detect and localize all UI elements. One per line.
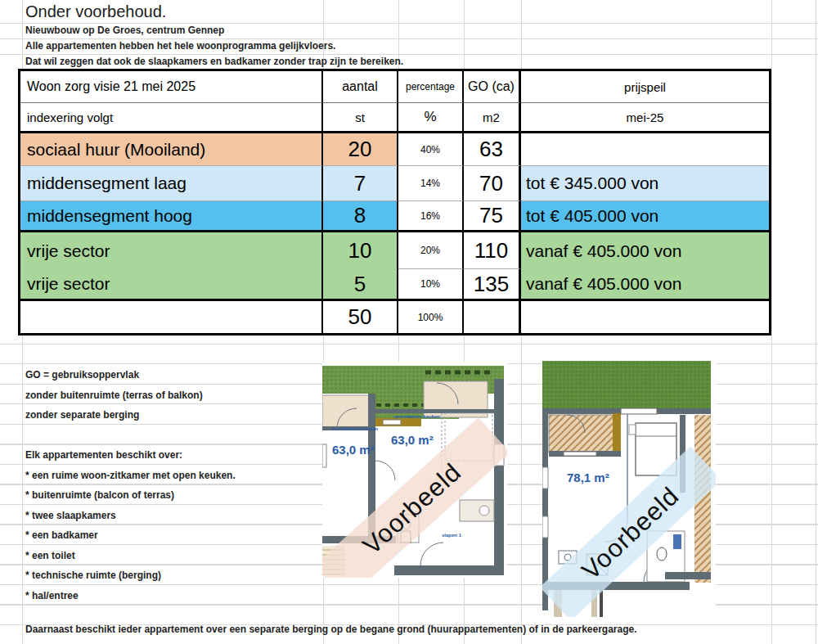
row-midlaag-aantal[interactable]: 7 (323, 166, 398, 201)
header-aantal-cell[interactable]: aantal (323, 71, 398, 103)
row-sociaal-go[interactable]: 63 (464, 133, 521, 166)
row-vrij2-aantal[interactable]: 5 (323, 269, 398, 301)
row-vrij2-label[interactable]: vrije sector (20, 269, 323, 301)
header-go-cell[interactable]: GO (ca) (464, 71, 521, 103)
intro-line-1: Nieuwbouw op De Groes, centrum Gennep (25, 25, 224, 36)
row-midlaag-pct[interactable]: 14% (398, 166, 464, 201)
room-label: woonkamer-keuken (332, 426, 378, 431)
header2-m2-cell[interactable]: m2 (464, 103, 521, 133)
header2-st-cell[interactable]: st (323, 103, 398, 133)
row-sociaal-label[interactable]: sociaal huur (Mooiland) (20, 133, 323, 166)
total-aantal-cell[interactable]: 50 (323, 301, 398, 333)
row-midlaag-go[interactable]: 70 (464, 166, 521, 201)
total-go-cell[interactable] (464, 301, 521, 333)
total-pct-cell[interactable]: 100% (398, 301, 464, 333)
header2-pct-cell[interactable]: % (398, 103, 464, 133)
floorplan-left-image[interactable]: woonkamer-keuken 63,0 m² woonkamer-keuke… (322, 363, 507, 578)
gridline-row-2 (0, 38, 818, 39)
row-vrij1-label[interactable]: vrije sector (20, 232, 323, 269)
row-vrij1-aantal[interactable]: 10 (323, 232, 398, 269)
note-line: * een ruime woon-zitkamer met open keuke… (25, 466, 236, 486)
row-sociaal-pct[interactable]: 40% (398, 133, 464, 166)
floorplan-right-image[interactable]: 78,1 m² Voorbeeld (542, 361, 716, 617)
note-line: GO = gebruiksoppervlak (25, 365, 236, 385)
note-line: * een toilet (25, 546, 236, 566)
row-sociaal-prijs[interactable] (521, 133, 769, 166)
row-vrij2-prijs[interactable]: vanaf € 405.000 von (521, 269, 769, 301)
note-line: * een badkamer (25, 525, 236, 546)
row-midlaag-label[interactable]: middensegment laag (20, 166, 323, 201)
note-line: * buitenruimte (balcon of terras) (25, 485, 236, 506)
header2-indexering-cell[interactable]: indexering volgt (20, 103, 323, 133)
header-percentage-cell[interactable]: percentage (398, 71, 464, 103)
footer-note: Daarnaast beschikt ieder appartement ove… (25, 624, 637, 635)
total-prijs-cell[interactable] (521, 301, 769, 333)
row-vrij2-pct[interactable]: 10% (398, 269, 464, 301)
row-vrij1-prijs[interactable]: vanaf € 405.000 von (521, 232, 769, 269)
header-prijspeil-cell[interactable]: prijspeil (521, 71, 769, 103)
gridline-row-3 (0, 54, 818, 55)
intro-line-3: Dat wil zeggen dat ook de slaapkamers en… (25, 56, 403, 67)
header2-mei25-cell[interactable]: mei-25 (521, 103, 769, 133)
area-label-63a: 63,0 m² (332, 443, 375, 457)
row-midhoog-go[interactable]: 75 (464, 201, 521, 232)
gridline-row-1 (0, 23, 818, 24)
row-midhoog-aantal[interactable]: 8 (323, 201, 398, 232)
total-label-cell[interactable] (20, 301, 323, 333)
area-label-63b: 63,0 m² (391, 433, 434, 447)
note-line: * hal/entree (25, 586, 236, 606)
intro-line-2: Alle appartementen hebben het hele woonp… (25, 40, 335, 52)
note-line: * technische ruimte (berging) (25, 565, 236, 586)
note-line: zonder buitenruimte (terras of balkon) (25, 385, 236, 406)
area-label-781: 78,1 m² (567, 471, 609, 484)
housing-program-table: Woon zorg visie 21 mei 2025 aantal perce… (18, 69, 771, 336)
note-line: * twee slaapkamers (25, 506, 236, 526)
header-title-cell[interactable]: Woon zorg visie 21 mei 2025 (20, 71, 323, 103)
room-label: slapen 1 (442, 533, 461, 538)
notes-block: GO = gebruiksoppervlak zonder buitenruim… (25, 365, 236, 606)
row-vrij2-go[interactable]: 135 (464, 269, 521, 301)
note-line: zonder separate berging (25, 405, 236, 426)
page-title: Onder voorbehoud. (25, 2, 166, 21)
row-midlaag-prijs[interactable]: tot € 345.000 von (521, 166, 769, 201)
row-vrij1-go[interactable]: 110 (464, 232, 521, 269)
room-label: woonkamer-keuken (394, 414, 440, 419)
row-midhoog-label[interactable]: middensegment hoog (20, 201, 323, 232)
row-sociaal-aantal[interactable]: 20 (323, 133, 398, 166)
row-midhoog-pct[interactable]: 16% (398, 201, 464, 232)
note-line: Elk appartementen beschikt over: (25, 445, 236, 466)
row-midhoog-prijs[interactable]: tot € 405.000 von (521, 201, 769, 232)
row-vrij1-pct[interactable]: 20% (398, 232, 464, 269)
note-line (25, 426, 236, 446)
